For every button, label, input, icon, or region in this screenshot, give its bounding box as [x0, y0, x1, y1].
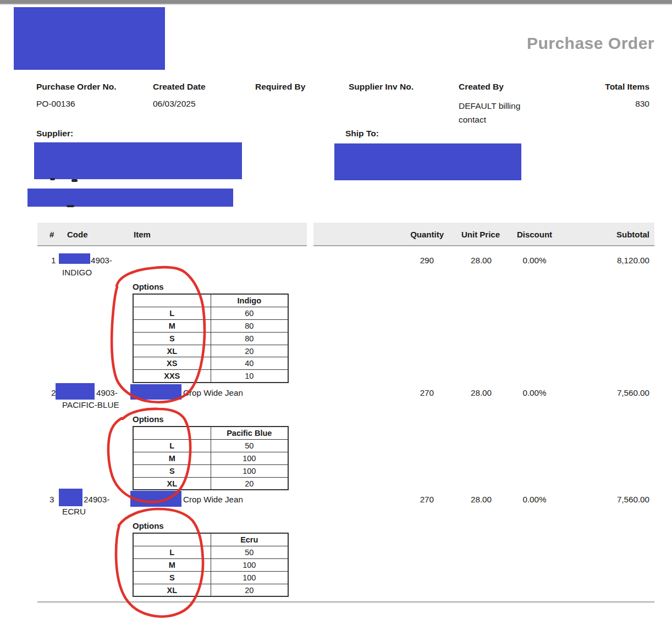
total-items-label: Total Items: [605, 82, 649, 92]
item-code-suffix: 4903-: [91, 256, 112, 265]
options-corner-cell: [133, 533, 211, 546]
options-table-ecru: Ecru L 50 M 100 S 100 XL 20: [133, 533, 289, 597]
item-discount: 0.00%: [507, 256, 562, 265]
options-label: Options: [133, 282, 199, 291]
created-date-label: Created Date: [153, 82, 206, 92]
option-size: M: [133, 319, 211, 332]
options-label: Options: [133, 414, 199, 424]
item-code-suffix: 24903-: [84, 495, 109, 504]
po-number-value: PO-00136: [36, 99, 75, 109]
item-row-num: 3: [49, 495, 54, 504]
ship-to-address-redaction: [334, 143, 521, 180]
item-subtotal: 7,560.00: [617, 388, 649, 397]
item-code-suffix: 4903-: [96, 388, 118, 397]
option-qty: 20: [211, 584, 288, 596]
option-qty: 60: [211, 307, 288, 319]
option-qty: 10: [211, 370, 288, 383]
document-bottom-rule-shadow: [37, 602, 654, 603]
item-quantity: 290: [420, 256, 434, 265]
item-name-redaction: [130, 491, 181, 507]
ship-to-label: Ship To:: [345, 129, 379, 139]
option-size: M: [133, 558, 211, 571]
option-qty: 100: [211, 452, 288, 464]
item-name: Crop Wide Jean: [183, 495, 243, 504]
item-unit-price: 28.00: [471, 256, 492, 265]
options-table-indigo: Indigo L 60 M 80 S 80 XL 20 XS 40 XXS 10: [133, 294, 289, 383]
option-size: XL: [133, 477, 211, 490]
document-title: Purchase Order: [527, 34, 654, 53]
option-size: L: [133, 546, 211, 558]
created-by-value: DEFAULT billing contact: [459, 99, 536, 126]
total-items-value: 830: [635, 99, 649, 109]
item-code-redaction: [59, 253, 90, 264]
option-size: L: [133, 307, 211, 319]
redacted-text-artifact: [71, 179, 78, 182]
item-name-redaction: [130, 384, 181, 400]
col-header-subtotal: Subtotal: [616, 230, 649, 239]
option-qty: 50: [211, 439, 288, 452]
options-corner-cell: [133, 427, 211, 439]
option-qty: 100: [211, 464, 288, 477]
item-unit-price: 28.00: [471, 388, 492, 397]
option-qty: 80: [211, 332, 288, 345]
item-subtotal: 8,120.00: [617, 256, 649, 265]
supplier-address-redaction: [34, 142, 242, 179]
option-size: XS: [133, 357, 211, 370]
annotation-overlay: [0, 0, 672, 620]
redacted-text-artifact: [67, 205, 74, 207]
item-row-num: 1: [51, 256, 56, 265]
option-qty: 80: [211, 319, 288, 332]
col-header-discount: Discount: [507, 230, 562, 239]
item-discount: 0.00%: [507, 388, 562, 397]
option-size: S: [133, 571, 211, 584]
item-subtotal: 7,560.00: [617, 495, 649, 504]
option-qty: 40: [211, 357, 288, 370]
window-top-bar-edge: [0, 4, 672, 5]
supplier-contact-redaction: [27, 189, 233, 207]
supplier-label: Supplier:: [36, 129, 73, 139]
item-quantity: 270: [420, 388, 434, 397]
option-qty: 20: [211, 477, 288, 490]
required-by-label: Required By: [255, 82, 305, 92]
options-color-header: Indigo: [211, 294, 288, 307]
item-quantity: 270: [420, 495, 434, 504]
option-size: XL: [133, 584, 211, 596]
company-logo-redaction: [14, 7, 165, 70]
option-qty: 100: [211, 571, 288, 584]
col-header-item: Item: [134, 230, 151, 239]
option-size: L: [133, 439, 211, 452]
supplier-inv-label: Supplier Inv No.: [349, 82, 414, 92]
option-qty: 100: [211, 558, 288, 571]
col-header-quantity: Quantity: [410, 230, 444, 239]
item-code-line2: PACIFIC-BLUE: [62, 400, 119, 409]
options-color-header: Pacific Blue: [211, 427, 288, 439]
col-header-num: #: [49, 230, 54, 239]
options-label: Options: [133, 521, 199, 530]
item-name: Crop Wide Jean: [183, 388, 243, 397]
item-discount: 0.00%: [507, 495, 562, 504]
options-color-header: Ecru: [211, 533, 288, 546]
option-size: M: [133, 452, 211, 464]
redacted-text-artifact: [50, 178, 55, 180]
option-size: XXS: [133, 370, 211, 383]
option-size: S: [133, 464, 211, 477]
option-qty: 20: [211, 345, 288, 357]
option-size: S: [133, 332, 211, 345]
col-header-code: Code: [67, 230, 88, 239]
purchase-order-document: Purchase Order Purchase Order No. Create…: [0, 0, 672, 620]
created-date-value: 06/03/2025: [153, 99, 196, 109]
item-code-line2: INDIGO: [62, 268, 92, 277]
col-header-unit-price: Unit Price: [461, 230, 500, 239]
item-code-redaction: [56, 383, 95, 400]
item-code-redaction: [59, 489, 82, 506]
item-code-line2: ECRU: [62, 507, 86, 516]
po-number-label: Purchase Order No.: [36, 82, 117, 92]
created-by-label: Created By: [459, 82, 504, 92]
options-table-pacific-blue: Pacific Blue L 50 M 100 S 100 XL 20: [133, 426, 289, 490]
window-top-bar: [0, 0, 672, 4]
option-qty: 50: [211, 546, 288, 558]
option-size: XL: [133, 345, 211, 357]
options-corner-cell: [133, 294, 211, 307]
item-unit-price: 28.00: [471, 495, 492, 504]
